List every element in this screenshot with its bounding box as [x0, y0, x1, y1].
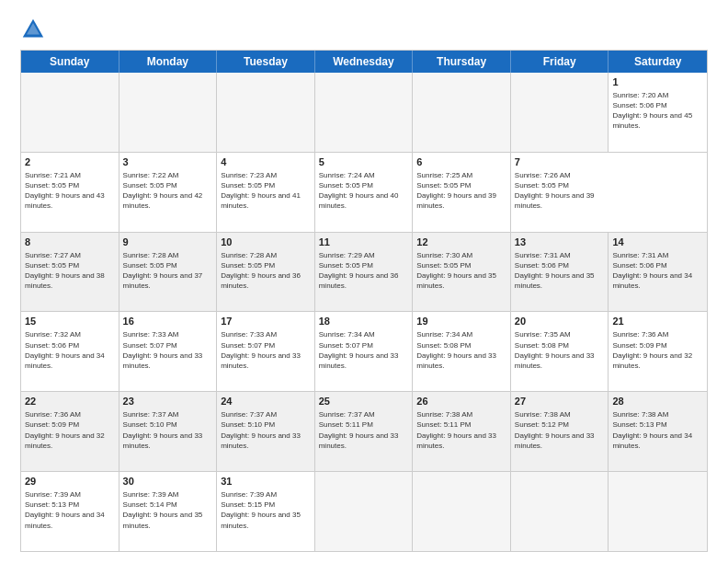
calendar-cell [21, 73, 119, 152]
calendar-cell [609, 472, 707, 551]
calendar-cell: 15Sunrise: 7:32 AM Sunset: 5:06 PM Dayli… [21, 312, 119, 391]
calendar-cell: 19Sunrise: 7:34 AM Sunset: 5:08 PM Dayli… [413, 312, 511, 391]
cell-info: Sunrise: 7:39 AM Sunset: 5:15 PM Dayligh… [221, 489, 311, 531]
header-day-friday: Friday [511, 51, 609, 73]
calendar-cell [119, 73, 218, 152]
calendar-cell [315, 472, 414, 551]
header-day-thursday: Thursday [413, 51, 511, 73]
logo [20, 17, 50, 42]
page: SundayMondayTuesdayWednesdayThursdayFrid… [0, 0, 728, 563]
cell-info: Sunrise: 7:36 AM Sunset: 5:09 PM Dayligh… [25, 409, 115, 451]
calendar-cell: 18Sunrise: 7:34 AM Sunset: 5:07 PM Dayli… [315, 312, 414, 391]
day-number: 1 [612, 75, 703, 89]
day-number: 23 [123, 395, 213, 408]
calendar-cell: 5Sunrise: 7:24 AM Sunset: 5:05 PM Daylig… [315, 153, 414, 232]
day-number: 13 [515, 236, 605, 249]
calendar-header-row: SundayMondayTuesdayWednesdayThursdayFrid… [21, 51, 707, 73]
calendar-cell: 30Sunrise: 7:39 AM Sunset: 5:14 PM Dayli… [119, 472, 218, 551]
calendar-cell: 13Sunrise: 7:31 AM Sunset: 5:06 PM Dayli… [511, 233, 609, 312]
cell-info: Sunrise: 7:37 AM Sunset: 5:10 PM Dayligh… [123, 409, 213, 451]
day-number: 16 [123, 315, 213, 328]
day-number: 26 [416, 395, 506, 408]
day-number: 9 [123, 236, 213, 249]
cell-info: Sunrise: 7:25 AM Sunset: 5:05 PM Dayligh… [416, 170, 506, 212]
header-day-saturday: Saturday [609, 51, 707, 73]
calendar-cell: 2Sunrise: 7:21 AM Sunset: 5:05 PM Daylig… [21, 153, 119, 232]
day-number: 28 [612, 395, 703, 408]
day-number: 15 [25, 315, 115, 328]
cell-info: Sunrise: 7:35 AM Sunset: 5:08 PM Dayligh… [515, 329, 605, 371]
calendar-week-5: 22Sunrise: 7:36 AM Sunset: 5:09 PM Dayli… [21, 391, 707, 471]
calendar-cell: 3Sunrise: 7:22 AM Sunset: 5:05 PM Daylig… [119, 153, 218, 232]
cell-info: Sunrise: 7:33 AM Sunset: 5:07 PM Dayligh… [221, 329, 311, 371]
calendar-cell: 8Sunrise: 7:27 AM Sunset: 5:05 PM Daylig… [21, 233, 119, 312]
calendar-cell: 26Sunrise: 7:38 AM Sunset: 5:11 PM Dayli… [413, 392, 511, 471]
calendar-cell: 31Sunrise: 7:39 AM Sunset: 5:15 PM Dayli… [217, 472, 315, 551]
cell-info: Sunrise: 7:38 AM Sunset: 5:13 PM Dayligh… [612, 409, 703, 451]
calendar-cell: 10Sunrise: 7:28 AM Sunset: 5:05 PM Dayli… [217, 233, 315, 312]
calendar-week-4: 15Sunrise: 7:32 AM Sunset: 5:06 PM Dayli… [21, 311, 707, 391]
calendar-cell: 11Sunrise: 7:29 AM Sunset: 5:05 PM Dayli… [315, 233, 414, 312]
calendar-cell [217, 73, 315, 152]
cell-info: Sunrise: 7:29 AM Sunset: 5:05 PM Dayligh… [319, 250, 409, 292]
day-number: 4 [221, 155, 311, 169]
day-number: 22 [25, 395, 115, 408]
cell-info: Sunrise: 7:21 AM Sunset: 5:05 PM Dayligh… [25, 170, 115, 212]
calendar-cell: 14Sunrise: 7:31 AM Sunset: 5:06 PM Dayli… [609, 233, 707, 312]
cell-info: Sunrise: 7:39 AM Sunset: 5:13 PM Dayligh… [25, 489, 115, 531]
header-day-wednesday: Wednesday [315, 51, 414, 73]
day-number: 6 [416, 155, 506, 169]
day-number: 19 [416, 315, 506, 328]
day-number: 30 [123, 475, 213, 488]
calendar-body: 1Sunrise: 7:20 AM Sunset: 5:06 PM Daylig… [21, 73, 707, 551]
cell-info: Sunrise: 7:34 AM Sunset: 5:07 PM Dayligh… [319, 329, 409, 371]
calendar-week-3: 8Sunrise: 7:27 AM Sunset: 5:05 PM Daylig… [21, 232, 707, 312]
calendar-cell: 7Sunrise: 7:26 AM Sunset: 5:05 PM Daylig… [511, 153, 609, 232]
day-number: 10 [221, 236, 311, 249]
cell-info: Sunrise: 7:32 AM Sunset: 5:06 PM Dayligh… [25, 329, 115, 371]
cell-info: Sunrise: 7:31 AM Sunset: 5:06 PM Dayligh… [515, 250, 605, 292]
calendar-cell [315, 73, 414, 152]
calendar-cell: 6Sunrise: 7:25 AM Sunset: 5:05 PM Daylig… [413, 153, 511, 232]
calendar: SundayMondayTuesdayWednesdayThursdayFrid… [20, 50, 708, 552]
calendar-cell: 25Sunrise: 7:37 AM Sunset: 5:11 PM Dayli… [315, 392, 414, 471]
calendar-cell: 21Sunrise: 7:36 AM Sunset: 5:09 PM Dayli… [609, 312, 707, 391]
calendar-cell: 1Sunrise: 7:20 AM Sunset: 5:06 PM Daylig… [609, 73, 707, 152]
calendar-week-1: 1Sunrise: 7:20 AM Sunset: 5:06 PM Daylig… [21, 73, 707, 152]
calendar-week-2: 2Sunrise: 7:21 AM Sunset: 5:05 PM Daylig… [21, 152, 707, 232]
day-number: 2 [25, 155, 115, 169]
cell-info: Sunrise: 7:20 AM Sunset: 5:06 PM Dayligh… [612, 90, 703, 132]
calendar-cell [511, 472, 609, 551]
calendar-cell: 24Sunrise: 7:37 AM Sunset: 5:10 PM Dayli… [217, 392, 315, 471]
cell-info: Sunrise: 7:37 AM Sunset: 5:11 PM Dayligh… [319, 409, 409, 451]
cell-info: Sunrise: 7:39 AM Sunset: 5:14 PM Dayligh… [123, 489, 213, 531]
cell-info: Sunrise: 7:28 AM Sunset: 5:05 PM Dayligh… [221, 250, 311, 292]
calendar-cell: 27Sunrise: 7:38 AM Sunset: 5:12 PM Dayli… [511, 392, 609, 471]
day-number: 31 [221, 475, 311, 488]
day-number: 17 [221, 315, 311, 328]
cell-info: Sunrise: 7:36 AM Sunset: 5:09 PM Dayligh… [612, 329, 703, 371]
day-number: 29 [25, 475, 115, 488]
day-number: 7 [515, 155, 606, 169]
cell-info: Sunrise: 7:27 AM Sunset: 5:05 PM Dayligh… [25, 250, 115, 292]
cell-info: Sunrise: 7:34 AM Sunset: 5:08 PM Dayligh… [416, 329, 506, 371]
header-day-monday: Monday [119, 51, 218, 73]
calendar-week-6: 29Sunrise: 7:39 AM Sunset: 5:13 PM Dayli… [21, 471, 707, 551]
day-number: 18 [319, 315, 409, 328]
calendar-cell [413, 472, 511, 551]
day-number: 24 [221, 395, 311, 408]
header-day-sunday: Sunday [21, 51, 119, 73]
calendar-cell: 20Sunrise: 7:35 AM Sunset: 5:08 PM Dayli… [511, 312, 609, 391]
cell-info: Sunrise: 7:23 AM Sunset: 5:05 PM Dayligh… [221, 170, 311, 212]
calendar-cell: 22Sunrise: 7:36 AM Sunset: 5:09 PM Dayli… [21, 392, 119, 471]
calendar-cell: 12Sunrise: 7:30 AM Sunset: 5:05 PM Dayli… [413, 233, 511, 312]
cell-info: Sunrise: 7:38 AM Sunset: 5:12 PM Dayligh… [515, 409, 605, 451]
header-day-tuesday: Tuesday [217, 51, 315, 73]
day-number: 27 [515, 395, 605, 408]
calendar-cell: 29Sunrise: 7:39 AM Sunset: 5:13 PM Dayli… [21, 472, 119, 551]
day-number: 21 [612, 315, 703, 328]
day-number: 25 [319, 395, 409, 408]
calendar-cell: 4Sunrise: 7:23 AM Sunset: 5:05 PM Daylig… [217, 153, 315, 232]
header [20, 17, 708, 42]
calendar-cell: 17Sunrise: 7:33 AM Sunset: 5:07 PM Dayli… [217, 312, 315, 391]
